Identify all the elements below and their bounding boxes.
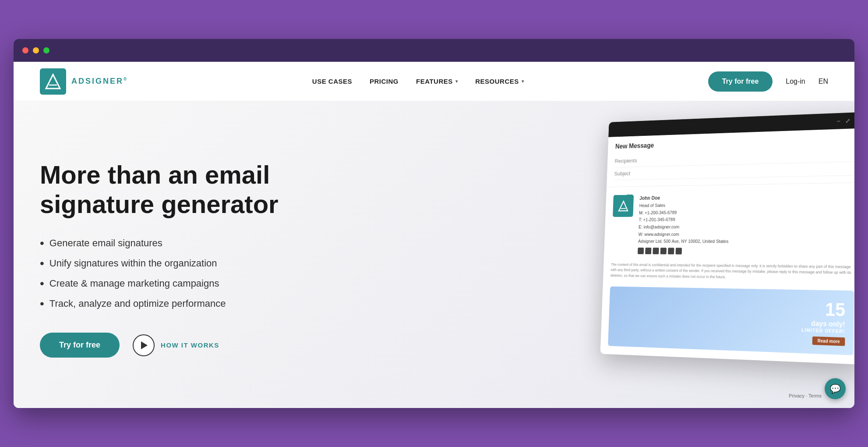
svg-marker-0 [46, 74, 60, 89]
email-header: New Message Recipients Subject [607, 128, 854, 188]
sig-email: E: info@adsigner.com [639, 223, 729, 231]
minimize-button[interactable] [33, 47, 39, 53]
logo-area[interactable]: ADSIGNER® [40, 68, 128, 95]
social-icon-1 [638, 248, 644, 254]
email-new-message-title: New Message [615, 135, 854, 150]
nav-resources[interactable]: RESOURCES ▾ [475, 78, 524, 85]
email-window: − ⤢ × New Message Recipients Subject [600, 112, 854, 365]
sig-tel: T: +1-201-345-6789 [639, 216, 729, 224]
triangle-icon [141, 341, 148, 349]
play-icon [133, 334, 155, 356]
features-chevron-icon: ▾ [455, 79, 458, 84]
nav-use-cases[interactable]: USE CASES [312, 78, 352, 85]
how-it-works-button[interactable]: HOW IT WORKS [133, 334, 219, 356]
email-banner: 15 days only! LIMITED OFFER! Read more [608, 287, 854, 355]
sig-mobile: M: +1-200-345-6789 [639, 209, 729, 216]
window-expand-icon[interactable]: ⤢ [845, 117, 850, 124]
window-minimize-icon[interactable]: − [837, 117, 840, 124]
browser-content: ADSIGNER® USE CASES PRICING FEATURES ▾ R… [14, 62, 854, 408]
maximize-button[interactable] [43, 47, 49, 53]
nav-features[interactable]: FEATURES ▾ [416, 78, 458, 85]
login-button[interactable]: Log-in [786, 78, 805, 85]
nav-try-free-button[interactable]: Try for free [708, 71, 773, 92]
logo-icon [40, 68, 66, 95]
social-icon-5 [668, 248, 674, 254]
social-icon-4 [660, 248, 667, 254]
chat-icon: 💬 [830, 383, 841, 394]
sig-website: W: www.adsigner.com [638, 231, 728, 238]
signature-logo [613, 195, 634, 217]
social-icon-2 [645, 248, 651, 254]
privacy-terms: Privacy · Terms [789, 393, 822, 398]
bullet-3: Create & manage marketing campaigns [40, 277, 279, 291]
bullet-1: Generate email signatures [40, 236, 279, 250]
bullet-4: Track, analyze and optimize performance [40, 297, 279, 311]
sig-social-icons [638, 248, 728, 255]
svg-marker-2 [619, 201, 628, 211]
chat-bubble[interactable]: 💬 [825, 378, 846, 399]
social-icon-6 [676, 248, 682, 254]
nav-pricing[interactable]: PRICING [370, 78, 399, 85]
hero-try-free-button[interactable]: Try for free [40, 333, 120, 358]
email-mockup: − ⤢ × New Message Recipients Subject [579, 110, 854, 363]
hero-section: More than an email signature generator G… [14, 101, 854, 408]
sig-title: Head of Sales [639, 201, 729, 209]
resources-chevron-icon: ▾ [522, 79, 524, 84]
hero-title: More than an email signature generator [40, 160, 279, 219]
banner-read-more[interactable]: Read more [812, 337, 845, 346]
email-body: John Doe Head of Sales M: +1-200-345-678… [600, 183, 854, 365]
email-disclaimer: The content of this email is confidentia… [610, 262, 854, 282]
nav-links: USE CASES PRICING FEATURES ▾ RESOURCES ▾ [312, 78, 524, 85]
bullet-2: Unify signatures within the organization [40, 256, 279, 270]
language-selector[interactable]: EN [819, 78, 828, 85]
nav-right: Try for free Log-in EN [708, 71, 828, 92]
navbar: ADSIGNER® USE CASES PRICING FEATURES ▾ R… [14, 62, 854, 101]
browser-titlebar [14, 39, 854, 62]
sig-name: John Doe [639, 193, 730, 202]
hero-left: More than an email signature generator G… [40, 160, 279, 358]
how-it-works-label: HOW IT WORKS [161, 341, 219, 349]
sig-company: Adsigner Ltd. 500 Ave, NY 10002, United … [638, 238, 729, 245]
logo-text: ADSIGNER® [71, 77, 128, 86]
social-icon-3 [653, 248, 659, 254]
browser-window: ADSIGNER® USE CASES PRICING FEATURES ▾ R… [14, 39, 854, 408]
close-button[interactable] [22, 47, 28, 53]
signature-info: John Doe Head of Sales M: +1-200-345-678… [638, 193, 730, 255]
hero-bullets: Generate email signatures Unify signatur… [40, 236, 279, 311]
hero-actions: Try for free HOW IT WORKS [40, 333, 279, 358]
email-signature: John Doe Head of Sales M: +1-200-345-678… [611, 192, 854, 255]
